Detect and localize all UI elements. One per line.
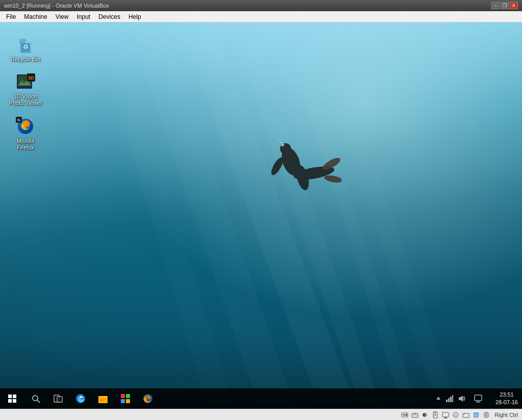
svg-point-37 (33, 396, 38, 401)
menu-input[interactable]: Input (73, 12, 95, 21)
svg-rect-53 (448, 398, 450, 402)
svg-rect-34 (13, 395, 16, 398)
minimize-button[interactable]: – (491, 2, 500, 9)
search-button[interactable] (24, 388, 47, 409)
window-title: win10_2 [Running] - Oracle VM VirtualBox (4, 3, 109, 9)
menu-file[interactable]: File (2, 12, 20, 21)
shared-folders-icon (462, 411, 469, 418)
svg-rect-46 (121, 394, 125, 398)
svg-rect-40 (57, 397, 62, 402)
status-icon-9[interactable] (482, 410, 491, 419)
edge-icon (75, 393, 86, 404)
menu-bar: File Machine View Input Devices Help (0, 11, 522, 22)
svg-rect-47 (126, 394, 130, 398)
start-button[interactable] (0, 388, 24, 409)
clock[interactable]: 23:51 28-07-16 (491, 390, 522, 408)
virtualbox-window: win10_2 [Running] - Oracle VM VirtualBox… (0, 0, 522, 420)
svg-text:U: U (455, 413, 457, 417)
restore-button[interactable]: ❐ (501, 2, 509, 9)
status-icon-8[interactable]: G (472, 410, 481, 419)
svg-rect-48 (121, 399, 125, 403)
close-button[interactable]: ✕ (510, 2, 518, 9)
svg-text:3D: 3D (28, 75, 34, 81)
guest-addons-icon: G (473, 411, 480, 418)
edge-taskbar-icon[interactable] (69, 388, 92, 409)
svg-marker-51 (436, 397, 440, 400)
menu-view[interactable]: View (51, 12, 73, 21)
svg-line-38 (37, 400, 40, 403)
network-status-icon (411, 411, 419, 418)
svg-rect-36 (13, 399, 16, 403)
menu-machine[interactable]: Machine (20, 12, 51, 21)
3dvision-label: 3D Vision Photo Viewer (9, 93, 42, 107)
tray-chevron[interactable] (434, 395, 442, 402)
notification-icon (474, 395, 482, 403)
firefox-image: fx (15, 116, 36, 137)
svg-marker-64 (423, 412, 426, 417)
svg-marker-56 (459, 396, 463, 402)
svg-rect-45 (99, 400, 105, 401)
svg-rect-70 (442, 412, 449, 417)
status-icon-2[interactable] (410, 410, 420, 419)
svg-rect-52 (446, 400, 448, 402)
status-icon-6[interactable]: U (451, 410, 460, 419)
file-explorer-icon (97, 393, 109, 404)
svg-text:♻: ♻ (23, 43, 29, 50)
store-icon (120, 393, 131, 404)
action-center-icon[interactable] (469, 388, 487, 409)
storage-status-icon (401, 411, 408, 418)
svg-text:G: G (475, 413, 478, 417)
firefox-taskbar-icon-svg (142, 393, 153, 404)
firefox-icon[interactable]: fx Mozilla Firefox (5, 114, 46, 153)
volume-tray-icon[interactable] (457, 393, 467, 404)
menu-help[interactable]: Help (124, 12, 145, 21)
status-icon-1[interactable] (400, 410, 409, 419)
svg-rect-66 (434, 411, 436, 413)
taskbar: 23:51 28-07-16 (0, 388, 522, 409)
volume-icon (458, 395, 466, 403)
svg-rect-79 (485, 414, 487, 416)
cpu-status-icon (483, 411, 490, 418)
vm-content[interactable]: ♻ Recycle Bin (0, 22, 522, 409)
svg-point-14 (280, 141, 282, 143)
svg-text:fx: fx (17, 118, 20, 122)
svg-rect-57 (475, 395, 482, 401)
status-icon-3[interactable] (421, 410, 430, 419)
svg-rect-35 (8, 399, 12, 403)
start-icon (8, 394, 17, 403)
file-explorer-taskbar-icon[interactable] (92, 388, 114, 409)
status-icon-4[interactable] (431, 410, 440, 419)
3dvision-svg: 3D (16, 72, 35, 92)
svg-rect-55 (452, 395, 453, 402)
diver-figure (250, 124, 342, 226)
usb-status-icon: U (452, 411, 459, 418)
desktop-icons: ♻ Recycle Bin (0, 28, 51, 158)
svg-point-11 (324, 174, 342, 184)
right-ctrl-label: Right Ctrl (494, 412, 518, 418)
svg-point-15 (279, 139, 280, 140)
display-status-icon (442, 411, 449, 418)
title-bar: win10_2 [Running] - Oracle VM VirtualBox… (0, 0, 522, 11)
search-icon (31, 394, 40, 403)
firefox-label: Mozilla Firefox (17, 138, 34, 151)
firefox-taskbar-icon[interactable] (137, 388, 159, 409)
store-taskbar-icon[interactable] (114, 388, 137, 409)
status-icon-5[interactable] (441, 410, 450, 419)
recycle-bin-image: ♻ (15, 35, 36, 55)
3dvision-image: 3D (15, 72, 36, 92)
firefox-svg: fx (16, 117, 35, 136)
menu-devices[interactable]: Devices (94, 12, 124, 21)
network-tray-icon[interactable] (445, 393, 455, 404)
svg-point-61 (405, 414, 407, 416)
chevron-up-icon (435, 395, 441, 401)
recycle-bin-svg: ♻ (16, 35, 35, 55)
svg-point-13 (281, 144, 284, 146)
audio-status-icon (422, 411, 429, 418)
task-view-button[interactable] (47, 388, 69, 409)
clock-date: 28-07-16 (495, 399, 518, 406)
window-controls: – ❐ ✕ (491, 2, 518, 9)
status-icon-7[interactable] (461, 410, 471, 419)
recycle-bin-icon[interactable]: ♻ Recycle Bin (5, 33, 46, 65)
3dvision-icon[interactable]: 3D 3D Vision Photo Viewer (5, 70, 46, 109)
svg-point-8 (269, 155, 285, 176)
